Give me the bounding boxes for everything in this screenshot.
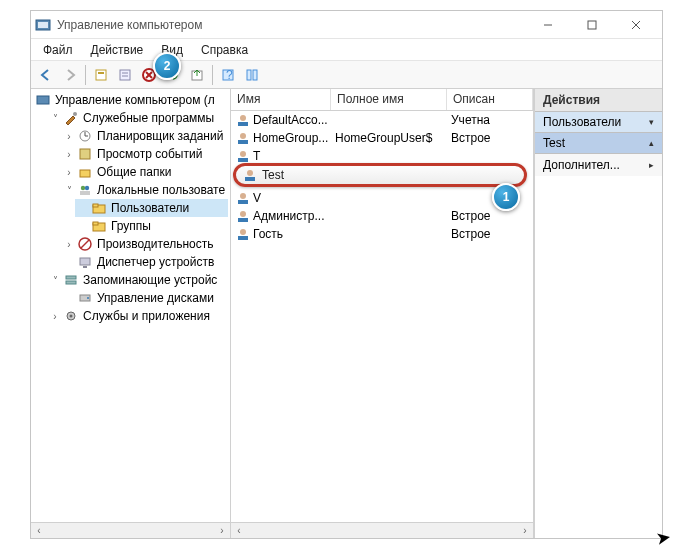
expand-icon[interactable]: ›: [49, 310, 61, 322]
tree-local-users[interactable]: ˅Локальные пользовате: [61, 181, 228, 199]
folder-icon: [91, 218, 107, 234]
toolbar-sep: [85, 65, 86, 85]
svg-rect-46: [238, 140, 248, 144]
tree-groups[interactable]: Группы: [75, 217, 228, 235]
svg-rect-32: [93, 222, 98, 225]
app-icon: [35, 17, 51, 33]
actions-more[interactable]: Дополнител...▸: [535, 154, 662, 176]
svg-rect-7: [98, 72, 104, 74]
forward-button[interactable]: [59, 64, 81, 86]
cursor-icon: ➤: [654, 526, 673, 550]
disk-icon: [77, 290, 93, 306]
actions-group[interactable]: Пользователи▾: [535, 112, 662, 133]
device-icon: [77, 254, 93, 270]
clock-icon: [77, 128, 93, 144]
minimize-button[interactable]: [526, 11, 570, 39]
help-button[interactable]: ?: [217, 64, 239, 86]
actions-context[interactable]: Test▴: [535, 133, 662, 154]
list-row[interactable]: DefaultAcco...Учетна: [231, 111, 533, 129]
tree-events[interactable]: ›Просмотр событий: [61, 145, 228, 163]
perf-icon: [77, 236, 93, 252]
tree-shared[interactable]: ›Общие папки: [61, 163, 228, 181]
computer-icon: [35, 92, 51, 108]
list-row[interactable]: HomeGroup...HomeGroupUser$Встрое: [231, 129, 533, 147]
actions-title: Действия: [535, 89, 662, 112]
titlebar: Управление компьютером: [31, 11, 662, 39]
svg-rect-25: [80, 170, 90, 177]
storage-icon: [63, 272, 79, 288]
svg-rect-48: [238, 158, 248, 162]
svg-rect-19: [37, 96, 49, 104]
menu-action[interactable]: Действие: [83, 41, 152, 59]
svg-point-43: [240, 115, 246, 121]
svg-text:?: ?: [226, 68, 233, 82]
svg-rect-44: [238, 122, 248, 126]
callout-badge-2: 2: [153, 52, 181, 80]
chevron-up-icon: ▴: [649, 138, 654, 148]
tree-performance[interactable]: ›Производительность: [61, 235, 228, 253]
menubar: Файл Действие Вид Справка: [31, 39, 662, 61]
tree-system-tools[interactable]: ˅ Служебные программы: [47, 109, 228, 127]
services-icon: [63, 308, 79, 324]
col-name[interactable]: Имя: [231, 89, 331, 110]
svg-rect-24: [80, 149, 90, 159]
tree-scheduler[interactable]: ›Планировщик заданий: [61, 127, 228, 145]
svg-point-47: [240, 151, 246, 157]
expand-icon[interactable]: ›: [63, 166, 75, 178]
tree-services[interactable]: ›Службы и приложения: [47, 307, 228, 325]
folder-icon: [91, 200, 107, 216]
menu-file[interactable]: Файл: [35, 41, 81, 59]
col-description[interactable]: Описан: [447, 89, 533, 110]
tree-users[interactable]: Пользователи: [75, 199, 228, 217]
svg-rect-8: [120, 70, 130, 80]
svg-rect-6: [96, 70, 106, 80]
expand-icon[interactable]: ›: [63, 130, 75, 142]
tree-pane: Управление компьютером (л ˅ Служебные пр…: [31, 89, 231, 538]
col-fullname[interactable]: Полное имя: [331, 89, 447, 110]
collapse-icon[interactable]: ˅: [49, 112, 61, 124]
export-button[interactable]: [186, 64, 208, 86]
list-pane: Имя Полное имя Описан DefaultAcco...Учет…: [231, 89, 534, 538]
tree-disk-mgmt[interactable]: Управление дисками: [61, 289, 228, 307]
svg-point-51: [240, 193, 246, 199]
svg-point-27: [85, 186, 89, 190]
tree-root[interactable]: Управление компьютером (л: [33, 91, 228, 109]
expand-icon[interactable]: ›: [63, 238, 75, 250]
tile-button[interactable]: [241, 64, 263, 86]
svg-rect-35: [80, 258, 90, 265]
list-row[interactable]: V: [231, 189, 533, 207]
tree-scrollbar[interactable]: ‹›: [31, 522, 230, 538]
svg-rect-3: [588, 21, 596, 29]
user-icon: [235, 190, 251, 206]
svg-rect-52: [238, 200, 248, 204]
actions-pane: Действия Пользователи▾ Test▴ Дополнител.…: [534, 89, 662, 538]
nav-tree[interactable]: Управление компьютером (л ˅ Служебные пр…: [33, 91, 228, 325]
user-icon: [235, 208, 251, 224]
svg-rect-1: [38, 22, 48, 28]
app-window: Управление компьютером Файл Действие Вид…: [30, 10, 663, 539]
svg-point-53: [240, 211, 246, 217]
svg-rect-18: [253, 70, 257, 80]
menu-help[interactable]: Справка: [193, 41, 256, 59]
list-row[interactable]: T: [231, 147, 533, 165]
collapse-icon[interactable]: ˅: [49, 274, 61, 286]
collapse-icon[interactable]: ˅: [63, 184, 75, 196]
close-button[interactable]: [614, 11, 658, 39]
toolbar: ?: [31, 61, 662, 89]
list-scrollbar[interactable]: ‹›: [231, 522, 533, 538]
list-row[interactable]: Администр...Встрое: [231, 207, 533, 225]
maximize-button[interactable]: [570, 11, 614, 39]
svg-rect-37: [66, 276, 76, 279]
tree-storage[interactable]: ˅Запоминающие устройс: [47, 271, 228, 289]
svg-point-42: [70, 315, 73, 318]
back-button[interactable]: [35, 64, 57, 86]
svg-point-26: [81, 186, 85, 190]
new-button[interactable]: [90, 64, 112, 86]
window-title: Управление компьютером: [57, 18, 526, 32]
expand-icon[interactable]: ›: [63, 148, 75, 160]
tree-device-manager[interactable]: Диспетчер устройств: [61, 253, 228, 271]
list-row[interactable]: ГостьВстрое: [231, 225, 533, 243]
svg-rect-36: [83, 266, 87, 268]
properties-button[interactable]: [114, 64, 136, 86]
chevron-right-icon: ▸: [649, 160, 654, 170]
